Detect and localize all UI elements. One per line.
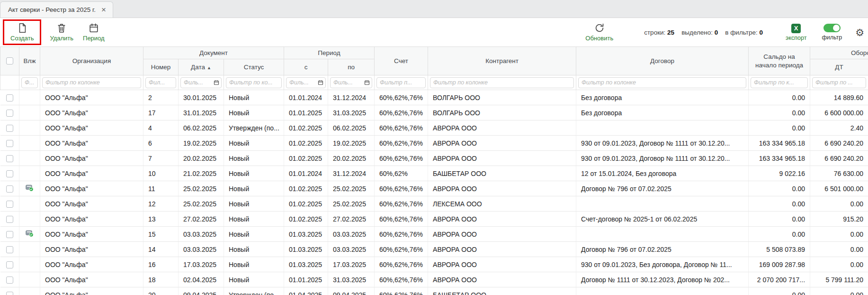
table-row[interactable]: ООО "Альфа" 16 17.03.2025 Новый 01.03.20… xyxy=(0,257,868,272)
cell-saldo: 0.00 xyxy=(749,105,810,120)
create-button-label: Создать xyxy=(10,35,34,42)
row-checkbox[interactable] xyxy=(6,94,13,101)
cell-account: 60%,62%,76% xyxy=(375,227,428,242)
tab-act-sverki[interactable]: Акт сверки - Реестр за 2025 г. × xyxy=(0,1,113,18)
saldo-filter-input[interactable] xyxy=(751,77,808,88)
filter-toggle[interactable] xyxy=(823,24,841,32)
cell-contragent: АВРОРА ООО xyxy=(428,227,576,242)
table-row[interactable]: ООО "Альфа" 15 03.03.2025 Новый 01.03.20… xyxy=(0,227,868,242)
attachments-filter-input[interactable] xyxy=(21,77,38,88)
table-row[interactable]: ООО "Альфа" 18 02.04.2025 Новый 01.01.20… xyxy=(0,272,868,287)
table-row[interactable]: ООО "Альфа" 6 19.02.2025 Новый 01.02.202… xyxy=(0,136,868,151)
cell-to: 31.12.2024 xyxy=(328,90,375,105)
table-row[interactable]: ООО "Альфа" 11 25.02.2025 Новый 01.02.20… xyxy=(0,181,868,196)
row-checkbox[interactable] xyxy=(6,201,13,208)
cell-account: 60%,62%,76% xyxy=(375,181,428,196)
filter-cell-account xyxy=(375,75,428,90)
row-checkbox[interactable] xyxy=(6,110,13,117)
create-button[interactable]: Создать xyxy=(6,21,38,43)
col-header-account[interactable]: Счет xyxy=(375,47,428,75)
account-filter-input[interactable] xyxy=(376,77,426,88)
row-checkbox[interactable] xyxy=(6,246,13,253)
col-header-dt[interactable]: ДТ xyxy=(810,59,868,75)
contragent-filter-input[interactable] xyxy=(430,77,574,88)
row-attachments-cell xyxy=(19,287,40,295)
table-row[interactable]: ООО "Альфа" 2 30.01.2025 Новый 01.01.202… xyxy=(0,90,868,105)
row-checkbox[interactable] xyxy=(6,261,13,268)
settings-gear-icon[interactable]: ⚙ xyxy=(855,28,864,37)
col-header-contract[interactable]: Договор xyxy=(576,47,749,75)
cell-dt: 0.00 xyxy=(810,196,868,212)
col-header-contragent[interactable]: Контрагент xyxy=(428,47,576,75)
row-checkbox[interactable] xyxy=(6,216,13,223)
row-checkbox[interactable] xyxy=(6,155,13,162)
attachment-icon[interactable] xyxy=(26,184,34,192)
cell-from: 01.02.2025 xyxy=(284,196,328,212)
table-row[interactable]: ООО "Альфа" 14 03.03.2025 Новый 01.03.20… xyxy=(0,242,868,257)
organization-filter-input[interactable] xyxy=(42,77,141,88)
cell-status: Новый xyxy=(224,166,284,181)
cell-organization: ООО "Альфа" xyxy=(40,151,143,166)
number-filter-input[interactable] xyxy=(145,77,176,88)
table-row[interactable]: ООО "Альфа" 10 21.02.2025 Новый 01.01.20… xyxy=(0,166,868,181)
delete-button[interactable]: Удалить xyxy=(45,21,78,43)
col-header-to[interactable]: по xyxy=(328,59,375,75)
contract-filter-input[interactable] xyxy=(578,77,746,88)
refresh-button[interactable]: Обновить xyxy=(581,21,618,43)
cell-organization: ООО "Альфа" xyxy=(40,196,143,212)
export-button[interactable]: X экспорт xyxy=(786,24,806,41)
row-attachments-cell xyxy=(19,166,40,181)
cell-dt: 0.00 xyxy=(810,257,868,272)
row-attachments-cell xyxy=(19,212,40,227)
cell-date: 17.03.2025 xyxy=(179,257,224,272)
table-row[interactable]: ООО "Альфа" 4 06.02.2025 Утвержден (по..… xyxy=(0,120,868,136)
col-header-attachments[interactable]: Влж xyxy=(19,47,40,75)
cell-contract xyxy=(576,120,749,136)
row-checkbox[interactable] xyxy=(6,140,13,147)
col-header-number[interactable]: Номер xyxy=(143,59,179,75)
tab-close-icon[interactable]: × xyxy=(101,6,106,14)
row-checkbox[interactable] xyxy=(6,170,13,177)
date-filter-input[interactable] xyxy=(180,77,222,88)
table-row[interactable]: ООО "Альфа" 13 27.02.2025 Новый 01.02.20… xyxy=(0,212,868,227)
table-row[interactable]: ООО "Альфа" 17 31.01.2025 Новый 01.01.20… xyxy=(0,105,868,120)
filter-cell-saldo xyxy=(749,75,810,90)
cell-account: 60%,62% xyxy=(375,166,428,181)
col-header-status[interactable]: Статус xyxy=(224,59,284,75)
col-header-from[interactable]: с xyxy=(284,59,328,75)
cell-dt: 0.00 xyxy=(810,287,868,295)
from-filter-input[interactable] xyxy=(286,77,326,88)
table-row[interactable]: ООО "Альфа" 20 09.04.2025 Утвержден (по.… xyxy=(0,287,868,295)
col-header-organization[interactable]: Организация xyxy=(40,47,143,75)
cell-organization: ООО "Альфа" xyxy=(40,242,143,257)
row-attachments-cell xyxy=(19,196,40,212)
cell-from: 01.03.2025 xyxy=(284,257,328,272)
dt-filter-input[interactable] xyxy=(812,77,866,88)
period-button[interactable]: Период xyxy=(78,21,109,43)
cell-dt: 6 690 240.20 xyxy=(810,151,868,166)
col-header-date[interactable]: Дата▲ xyxy=(179,59,224,75)
cell-number: 2 xyxy=(143,90,179,105)
cell-to: 20.02.2025 xyxy=(328,151,375,166)
row-checkbox[interactable] xyxy=(6,231,13,238)
row-checkbox-cell xyxy=(0,212,19,227)
row-checkbox[interactable] xyxy=(6,292,13,295)
cell-number: 14 xyxy=(143,242,179,257)
trash-icon xyxy=(56,23,67,33)
row-checkbox[interactable] xyxy=(6,125,13,132)
table-row[interactable]: ООО "Альфа" 7 20.02.2025 Новый 01.02.202… xyxy=(0,151,868,166)
cell-status: Новый xyxy=(224,151,284,166)
attachment-icon[interactable] xyxy=(26,230,34,237)
row-checkbox[interactable] xyxy=(6,185,13,193)
status-filter-input[interactable] xyxy=(226,77,282,88)
col-header-saldo[interactable]: Сальдо на начало периода xyxy=(749,47,810,75)
cell-organization: ООО "Альфа" xyxy=(40,257,143,272)
to-filter-input[interactable] xyxy=(330,77,372,88)
cell-organization: ООО "Альфа" xyxy=(40,136,143,151)
cell-date: 09.04.2025 xyxy=(179,287,224,295)
select-all-checkbox[interactable] xyxy=(6,57,13,65)
cell-status: Утвержден (по... xyxy=(224,287,284,295)
row-checkbox[interactable] xyxy=(6,277,13,284)
cell-from: 01.04.2025 xyxy=(284,287,328,295)
table-row[interactable]: ООО "Альфа" 12 25.02.2025 Новый 01.02.20… xyxy=(0,196,868,212)
